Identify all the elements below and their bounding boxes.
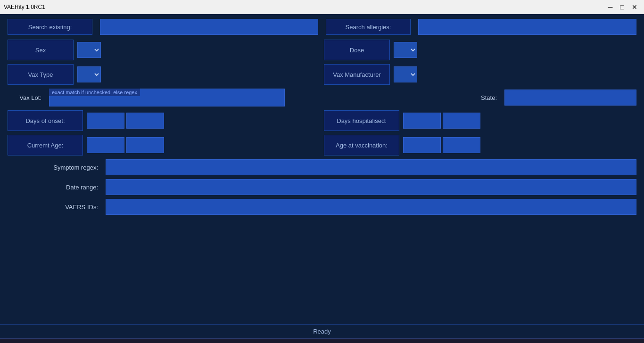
- age-vaccination-range: 0.0 119.0: [403, 137, 480, 153]
- vaxtype-manufacturer-row: Vax Type COVID19 FLU MMR Vax Manufacture…: [8, 64, 636, 85]
- state-input[interactable]: [504, 90, 636, 106]
- current-age-min[interactable]: 0.0: [87, 137, 124, 153]
- state-label: State:: [444, 94, 501, 101]
- vaxlot-state-row: Vax Lot: exact match if unchecked, else …: [8, 89, 636, 106]
- sex-dose-row: Sex M F U Dose 1 2 3 4 5: [8, 40, 636, 60]
- vaxmanufacturer-select[interactable]: MODERNA PFIZER JANSSEN: [394, 66, 417, 82]
- age-vaccination-min[interactable]: 0.0: [403, 137, 441, 153]
- days-hospitalised-range: 0.0 99999.0: [403, 113, 480, 129]
- window-controls: ─ □ ✕: [605, 2, 640, 12]
- days-hospitalised-group: Days hospitalised: 0.0 99999.0: [324, 110, 636, 131]
- age-row: Curremt Age: 0.0 120.0 Age at vaccinatio…: [8, 135, 636, 155]
- sex-label: Sex: [8, 40, 74, 60]
- current-age-group: Curremt Age: 0.0 120.0: [8, 135, 320, 155]
- vaxlot-label: Vax Lot:: [8, 94, 45, 101]
- vaxlot-input-container: exact match if unchecked, else regex: [49, 89, 437, 106]
- state-group: State:: [444, 90, 636, 106]
- close-button[interactable]: ✕: [629, 2, 640, 12]
- minimize-button[interactable]: ─: [605, 2, 616, 12]
- date-range-label: Date range:: [8, 184, 102, 191]
- vaers-ids-row: VAERS IDs:: [8, 199, 636, 215]
- vaxtype-select[interactable]: COVID19 FLU MMR: [77, 66, 101, 82]
- days-hospitalised-min[interactable]: 0.0: [403, 113, 441, 129]
- date-range-row: Date range:: [8, 179, 636, 195]
- dose-select[interactable]: 1 2 3 4 5: [394, 42, 417, 58]
- symptom-regex-row: Symptom regex:: [8, 159, 636, 175]
- main-content: Search existing: Search allergies: Sex M…: [0, 14, 644, 324]
- dose-group: Dose 1 2 3 4 5: [324, 40, 636, 60]
- sex-select[interactable]: M F U: [77, 42, 101, 58]
- vaers-ids-label: VAERS IDs:: [8, 204, 102, 211]
- search-allergies-input[interactable]: [418, 19, 636, 35]
- vaxtype-label: Vax Type: [8, 64, 74, 85]
- days-onset-max[interactable]: 44224.0: [126, 113, 164, 129]
- date-range-input[interactable]: [106, 179, 636, 195]
- days-hospitalised-max[interactable]: 99999.0: [443, 113, 480, 129]
- current-age-max[interactable]: 120.0: [126, 137, 164, 153]
- title-bar: VAERity 1.0RC1 ─ □ ✕: [0, 0, 644, 14]
- vaxmanufacturer-label: Vax Manufacturer: [324, 64, 390, 85]
- vaxlot-group: Vax Lot: exact match if unchecked, else …: [8, 89, 437, 106]
- search-row: Search existing: Search allergies:: [8, 19, 636, 35]
- current-age-range: 0.0 120.0: [87, 137, 164, 153]
- symptom-regex-input[interactable]: [106, 159, 636, 175]
- restore-button[interactable]: □: [618, 2, 627, 12]
- days-onset-range: 0.0 44224.0: [87, 113, 164, 129]
- status-bar: Ready: [0, 324, 644, 338]
- days-hospitalised-label: Days hospitalised:: [324, 110, 399, 131]
- app-title: VAERity 1.0RC1: [4, 4, 45, 10]
- days-onset-min[interactable]: 0.0: [87, 113, 124, 129]
- days-onset-group: Days of onset: 0.0 44224.0: [8, 110, 320, 131]
- vaxmanufacturer-group: Vax Manufacturer MODERNA PFIZER JANSSEN: [324, 64, 636, 85]
- age-vaccination-label: Age at vaccination:: [324, 135, 399, 155]
- dose-label: Dose: [324, 40, 390, 60]
- days-onset-label: Days of onset:: [8, 110, 83, 131]
- age-vaccination-max[interactable]: 119.0: [443, 137, 480, 153]
- vaxtype-group: Vax Type COVID19 FLU MMR: [8, 64, 320, 85]
- vaers-ids-input[interactable]: [106, 199, 636, 215]
- symptom-regex-label: Symptom regex:: [8, 164, 102, 171]
- search-existing-input[interactable]: [100, 19, 318, 35]
- onset-hospitalised-row: Days of onset: 0.0 44224.0 Days hospital…: [8, 110, 636, 131]
- age-vaccination-group: Age at vaccination: 0.0 119.0: [324, 135, 636, 155]
- search-existing-label: Search existing:: [8, 19, 92, 35]
- search-allergies-label: Search allergies:: [326, 19, 411, 35]
- status-text: Ready: [313, 328, 331, 335]
- current-age-label: Curremt Age:: [8, 135, 83, 155]
- vaxlot-input[interactable]: [49, 89, 285, 106]
- submit-bar: Submit Query: [0, 338, 644, 343]
- sex-group: Sex M F U: [8, 40, 320, 60]
